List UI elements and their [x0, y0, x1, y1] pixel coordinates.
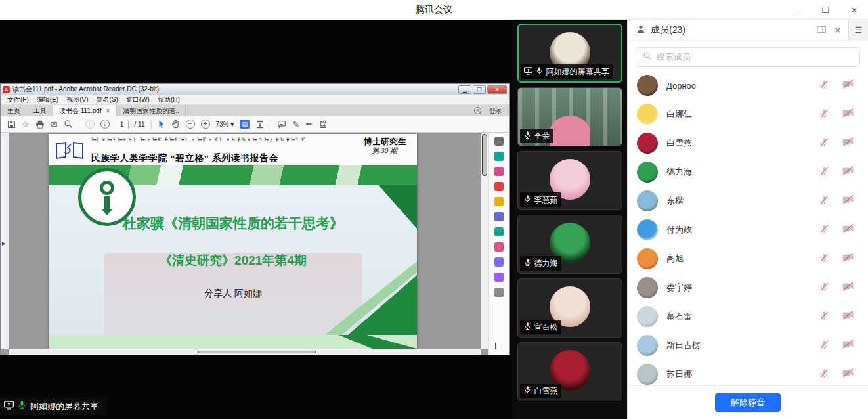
- mic-muted-icon: [819, 79, 829, 92]
- fill-sign-icon[interactable]: [494, 242, 504, 252]
- university-seal: [78, 168, 136, 226]
- acrobat-restore-button[interactable]: ❐: [473, 85, 486, 94]
- fit-width-icon[interactable]: ▤: [240, 120, 250, 129]
- scroll-mode-icon[interactable]: [255, 120, 265, 129]
- vertical-scrollbar[interactable]: [481, 133, 488, 349]
- horizontal-scrollbar[interactable]: [9, 349, 481, 355]
- member-search-box[interactable]: 搜索成员: [636, 47, 860, 67]
- member-row[interactable]: 付为政: [628, 215, 868, 244]
- nav-pane-expand-icon[interactable]: ▶: [2, 241, 5, 246]
- save-icon[interactable]: [7, 120, 16, 129]
- page-number-input[interactable]: 1: [116, 120, 129, 129]
- collapse-pane-icon[interactable]: →: [495, 343, 503, 349]
- tab-close-icon[interactable]: ✕: [106, 108, 111, 114]
- toolbar-separator: [79, 120, 79, 129]
- close-panel-icon[interactable]: ✕: [834, 25, 842, 35]
- avatar: [637, 219, 658, 240]
- hand-tool-icon[interactable]: [171, 120, 180, 129]
- more-tools-icon[interactable]: [494, 288, 504, 297]
- video-thumbnail[interactable]: 德力海: [517, 215, 622, 274]
- avatar: [637, 133, 658, 154]
- avatar: [637, 248, 658, 269]
- video-thumbnail[interactable]: 李慧茹: [517, 151, 622, 210]
- menu-item[interactable]: 帮助(H): [154, 95, 184, 104]
- zoom-out-icon[interactable]: −: [186, 120, 195, 129]
- acrobat-minimize-button[interactable]: ▁: [458, 85, 471, 94]
- create-pdf-icon[interactable]: [494, 182, 504, 191]
- member-row[interactable]: 娄宇婷: [628, 273, 868, 302]
- export-pdf-icon[interactable]: [494, 152, 504, 161]
- sign-pen-icon[interactable]: ✒: [305, 120, 313, 129]
- thumbnail-label: 德力海: [520, 256, 561, 271]
- pencil-icon[interactable]: ✎: [292, 120, 299, 129]
- member-status-icons: [819, 340, 854, 352]
- camera-off-icon: [842, 253, 854, 265]
- document-tab[interactable]: 读书会 111.pdf✕: [53, 105, 117, 116]
- combine-files-icon[interactable]: [494, 212, 504, 221]
- member-row[interactable]: 白雪燕: [628, 129, 868, 158]
- comment-bubble-icon[interactable]: [277, 120, 286, 129]
- select-tool-icon[interactable]: [158, 120, 165, 129]
- search-tool-icon[interactable]: [494, 137, 504, 146]
- member-row[interactable]: 德力海: [628, 158, 868, 187]
- acrobat-window: A 读书会111.pdf - Adobe Acrobat Reader DC (…: [0, 83, 510, 355]
- member-row[interactable]: 斯日古楞: [628, 331, 868, 360]
- tab-tools[interactable]: 工具: [27, 105, 53, 116]
- video-thumbnail[interactable]: 白雪燕: [517, 342, 622, 401]
- member-row[interactable]: 慕石雷: [628, 302, 868, 331]
- app-title: 腾讯会议: [416, 4, 452, 16]
- member-row[interactable]: 白娜仁: [628, 100, 868, 129]
- print-icon[interactable]: [35, 120, 45, 129]
- document-tab[interactable]: 清朝国家性质的若..: [117, 105, 186, 116]
- protect-icon[interactable]: [494, 257, 504, 267]
- menu-item[interactable]: 视图(V): [62, 95, 92, 104]
- zoom-in-icon[interactable]: +: [201, 120, 210, 129]
- menu-item[interactable]: 签名(S): [92, 95, 121, 104]
- maximize-button[interactable]: ☐: [821, 5, 830, 15]
- minimize-button[interactable]: –: [792, 5, 801, 15]
- nav-pane-strip[interactable]: ▶: [1, 133, 9, 349]
- menu-item[interactable]: 编辑(E): [33, 95, 62, 104]
- signin-link[interactable]: 登录: [489, 106, 502, 116]
- panel-menu-icon[interactable]: ☰: [848, 20, 868, 41]
- acrobat-close-button[interactable]: ✕: [487, 85, 507, 94]
- mic-muted-icon: [819, 224, 829, 236]
- menu-item[interactable]: 窗口(W): [122, 95, 154, 104]
- close-button[interactable]: ✕: [850, 5, 859, 15]
- search-icon: [643, 51, 652, 63]
- unmute-button[interactable]: 解除静音: [715, 393, 781, 412]
- share-banner: 阿如娜的屏幕共享: [0, 397, 106, 415]
- video-thumbnail[interactable]: 阿如娜的屏幕共享: [517, 24, 622, 83]
- mic-muted-icon: [819, 195, 829, 208]
- members-panel: 成员(23) ✕ ☰ 搜索成员 Дорноо 白娜仁 白雪燕 德力海: [627, 20, 868, 419]
- previous-page-icon[interactable]: ↑: [85, 120, 95, 129]
- document-tab-label: 读书会 111.pdf: [59, 106, 102, 116]
- member-row[interactable]: 高旭: [628, 244, 868, 273]
- video-thumbnail[interactable]: 宣百松: [517, 278, 622, 338]
- menu-item[interactable]: 文件(F): [3, 95, 33, 104]
- member-search-placeholder: 搜索成员: [657, 51, 691, 63]
- video-thumbnail[interactable]: 全荣: [517, 87, 622, 146]
- screen-share-icon: [524, 66, 532, 77]
- member-row[interactable]: 东楷: [628, 187, 868, 215]
- help-icon[interactable]: ?: [474, 107, 481, 114]
- readers-club-logo: ʒ: [56, 137, 86, 161]
- toolbar-separator: [151, 120, 152, 129]
- popout-panel-icon[interactable]: [817, 24, 826, 36]
- next-page-icon[interactable]: ↓: [100, 120, 110, 129]
- sign-icon[interactable]: [494, 273, 504, 282]
- zoom-level-select[interactable]: 73% ▾: [216, 121, 234, 128]
- stamp-icon[interactable]: [318, 120, 328, 129]
- comment-icon[interactable]: [494, 197, 504, 206]
- members-panel-footer: 解除静音: [628, 385, 868, 419]
- app-titlebar: 腾讯会议 – ☐ ✕: [0, 0, 868, 20]
- member-name: 付为政: [666, 224, 819, 236]
- member-name: 白雪燕: [666, 137, 819, 149]
- email-icon[interactable]: ✉: [51, 120, 58, 129]
- find-icon[interactable]: [64, 120, 73, 129]
- favorite-star-icon[interactable]: ☆: [22, 120, 30, 129]
- compress-pdf-icon[interactable]: [494, 227, 504, 236]
- organize-pages-icon[interactable]: [494, 167, 504, 176]
- tab-home[interactable]: 主页: [1, 105, 27, 116]
- member-row[interactable]: Дорноо: [628, 71, 868, 100]
